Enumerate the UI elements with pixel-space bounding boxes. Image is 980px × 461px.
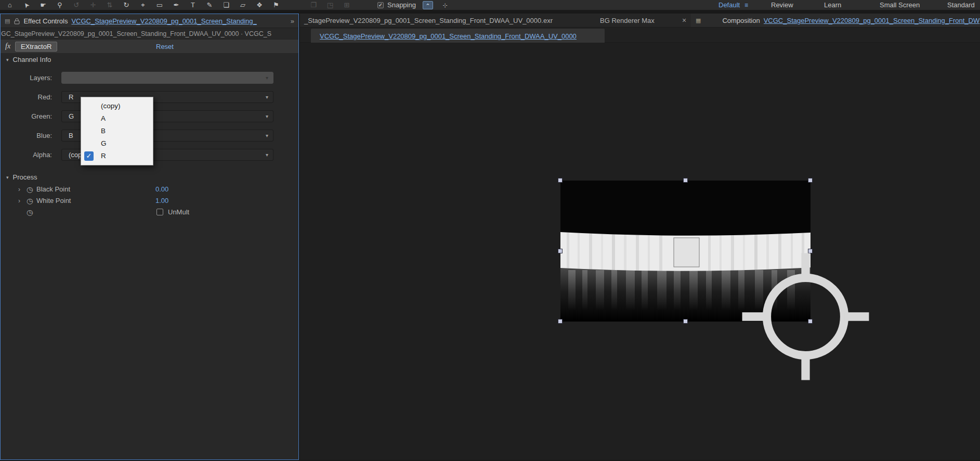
white-point-label: White Point	[36, 195, 71, 207]
fx-icon: fx	[5, 42, 10, 50]
panel-grip-icon[interactable]: ▦	[696, 17, 701, 24]
channel-info-section: ▾ Channel Info	[1, 53, 298, 66]
workspace-area: ▤ Effect Controls VCGC_StagePreview_V220…	[0, 10, 980, 461]
stopwatch-icon[interactable]: ◷	[27, 184, 33, 195]
twirl-open-icon[interactable]: ▾	[6, 175, 9, 180]
layers-label: Layers:	[1, 68, 52, 87]
menu-item-r[interactable]: ✓R	[81, 150, 153, 162]
chevron-down-icon: ▾	[266, 133, 268, 138]
chevron-down-icon: ▾	[266, 152, 268, 158]
snapping-label: Snapping	[387, 1, 416, 9]
viewer-panel: _StagePreview_V220809_pg_0001_Screen_Sta…	[300, 14, 980, 460]
disabled-tool-icon-3: ⊞	[342, 0, 351, 10]
menu-item-r-label: R	[101, 152, 106, 160]
after-effects-window: ⌂ ➤ ☛ ⚲ ↺ ✛ ⇅ ↻ ⌖ ▭ ✒ T ✎ ❏ ▱ ❖ ⚑ ❐ ◳ ⊞ …	[0, 0, 980, 461]
bg-renderer-max-tab[interactable]: BG Renderer Max	[600, 14, 655, 28]
lock-icon[interactable]	[14, 18, 20, 24]
snap-option-extend-icon[interactable]: ⊹	[440, 1, 450, 9]
roto-brush-tool-icon[interactable]: ❖	[255, 0, 264, 10]
red-label: Red:	[1, 87, 52, 107]
selection-handle-top-center[interactable]	[683, 178, 688, 183]
tool-strip: ⌂ ➤ ☛ ⚲ ↺ ✛ ⇅ ↻ ⌖ ▭ ✒ T ✎ ❏ ▱ ❖ ⚑	[0, 0, 281, 10]
chevron-down-icon: ▾	[266, 113, 268, 119]
menu-item-a[interactable]: A	[81, 112, 153, 125]
composition-viewer-tabbar: VCGC_StagePreview_V220809_pg_0001_Screen…	[300, 28, 980, 43]
stopwatch-icon[interactable]: ◷	[27, 207, 33, 218]
effect-reset-link[interactable]: Reset	[156, 43, 174, 50]
pen-tool-icon[interactable]: ✒	[172, 0, 181, 10]
menu-item-b[interactable]: B	[81, 125, 153, 137]
workspace-tab-small-screen[interactable]: Small Screen	[880, 0, 920, 10]
anchor-point-indicator[interactable]	[681, 246, 931, 387]
home-icon[interactable]: ⌂	[5, 0, 15, 10]
close-icon[interactable]: ×	[682, 14, 686, 28]
black-point-label: Black Point	[36, 184, 70, 195]
effect-name-extractor[interactable]: EXtractoR	[15, 42, 57, 52]
effect-controls-target-link[interactable]: VCGC_StagePreview_V220809_pg_0001_Screen…	[71, 17, 287, 25]
effect-controls-tab-label[interactable]: Effect Controls	[23, 17, 68, 25]
rectangle-tool-icon[interactable]: ▭	[155, 0, 164, 10]
unmult-checkbox[interactable]	[156, 209, 163, 215]
footage-tab[interactable]: _StagePreview_V220809_pg_0001_Screen_Sta…	[304, 14, 553, 28]
eraser-tool-icon[interactable]: ▱	[238, 0, 247, 10]
stopwatch-icon[interactable]: ◷	[27, 195, 33, 207]
viewer-tabbar-top: _StagePreview_V220809_pg_0001_Screen_Sta…	[300, 14, 980, 28]
layers-row: Layers: ▾	[1, 68, 298, 87]
selection-tool-icon[interactable]: ➤	[20, 0, 34, 12]
pan-behind-tool-icon[interactable]: ⌖	[138, 0, 148, 10]
disabled-tool-icon-1: ❐	[309, 0, 318, 10]
selection-handle-bottom-left[interactable]	[558, 319, 563, 324]
hand-tool-icon[interactable]: ☛	[38, 0, 48, 10]
puppet-pin-tool-icon[interactable]: ⚑	[271, 0, 281, 10]
black-point-value[interactable]: 0.00	[155, 184, 168, 195]
green-label: Green:	[1, 107, 52, 126]
process-section: ▾ Process	[1, 171, 298, 184]
composition-layer[interactable]	[560, 181, 811, 322]
composition-panel-group: ▦ Composition VCGC_StagePreview_V220809_…	[691, 14, 980, 27]
workspace-tab-learn[interactable]: Learn	[824, 0, 841, 10]
channel-dropdown-menu: (copy) A B G ✓R	[81, 97, 153, 165]
white-point-value[interactable]: 1.00	[155, 195, 168, 207]
menu-item-copy[interactable]: (copy)	[81, 100, 153, 112]
selection-handle-top-right[interactable]	[808, 178, 813, 183]
composition-panel-tab[interactable]: Composition	[722, 17, 760, 24]
twirl-open-icon[interactable]: ▾	[6, 57, 9, 62]
rotation-tool-icon[interactable]: ↻	[122, 0, 131, 10]
brush-tool-icon[interactable]: ✎	[205, 0, 214, 10]
track-xy-camera-tool-icon: ✛	[88, 0, 98, 10]
composition-viewport[interactable]	[300, 43, 980, 460]
zoom-tool-icon[interactable]: ⚲	[55, 0, 64, 10]
disabled-tool-group: ❐ ◳ ⊞	[309, 0, 351, 10]
effect-controls-tabbar: ▤ Effect Controls VCGC_StagePreview_V220…	[1, 14, 298, 28]
panel-overflow-icon[interactable]: »	[291, 17, 294, 25]
layers-dropdown: ▾	[61, 72, 273, 84]
menu-item-g[interactable]: G	[81, 137, 153, 150]
channel-info-label: Channel Info	[13, 56, 51, 63]
workspace-tab-review[interactable]: Review	[771, 0, 793, 10]
selection-handle-top-left[interactable]	[558, 178, 563, 183]
snapping-control: ✓ Snapping	[377, 1, 416, 9]
effect-source-breadcrumb: GC_StagePreview_V220809_pg_0001_Screen_S…	[1, 28, 298, 40]
type-tool-icon[interactable]: T	[188, 0, 198, 10]
unmult-label: UnMult	[168, 207, 189, 218]
composition-name-link[interactable]: VCGC_StagePreview_V220809_pg_0001_Screen…	[764, 17, 980, 24]
process-label: Process	[13, 173, 37, 181]
twirl-closed-icon[interactable]: ›	[18, 184, 20, 195]
composition-tab-label: VCGC_StagePreview_V220809_pg_0001_Screen…	[320, 32, 577, 40]
workspace-tab-default[interactable]: Default	[718, 0, 740, 10]
orbit-camera-tool-icon: ↺	[72, 0, 81, 10]
clone-stamp-tool-icon[interactable]: ❏	[221, 0, 231, 10]
check-icon: ✓	[378, 2, 383, 8]
workspace-menu-icon[interactable]: ≡	[744, 0, 748, 10]
selection-handle-middle-left[interactable]	[558, 249, 563, 253]
composition-viewer-tab[interactable]: VCGC_StagePreview_V220809_pg_0001_Screen…	[311, 29, 605, 43]
effect-header-row: fx EXtractoR Reset	[1, 40, 298, 53]
blue-label: Blue:	[1, 126, 52, 145]
selected-check-icon: ✓	[84, 151, 94, 161]
panel-grip-icon[interactable]: ▤	[5, 18, 10, 24]
chevron-down-icon: ▾	[266, 75, 268, 81]
twirl-closed-icon[interactable]: ›	[18, 195, 20, 207]
snap-option-edges-icon[interactable]: ⌃	[423, 1, 433, 9]
workspace-tab-standard[interactable]: Standard	[947, 0, 975, 10]
snapping-checkbox[interactable]: ✓	[377, 2, 384, 8]
